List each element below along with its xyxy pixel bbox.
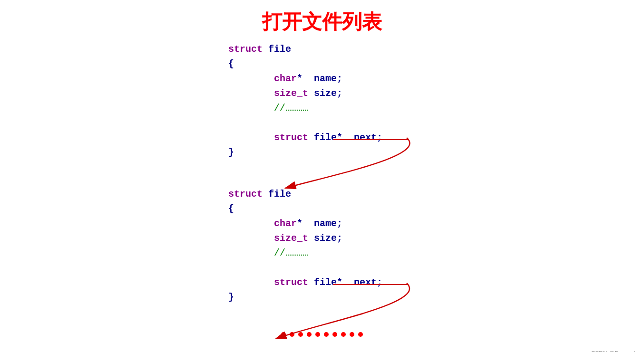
cb1-line5: //………… bbox=[228, 101, 382, 115]
cb1-line4: size_t size; bbox=[228, 86, 382, 101]
page-container: 打开文件列表 struct file { char* name; size_t … bbox=[0, 9, 644, 352]
cb2-line5: //………… bbox=[228, 246, 382, 260]
dot-2 bbox=[290, 332, 294, 337]
watermark: CSDN @Forward↑ bbox=[591, 350, 638, 352]
cb2-line1: struct file bbox=[228, 187, 382, 201]
dot-1 bbox=[281, 332, 286, 337]
cb1-line7: struct file* next; bbox=[228, 130, 382, 145]
dot-7 bbox=[332, 332, 337, 337]
cb1-line2: { bbox=[228, 57, 382, 71]
page-title: 打开文件列表 bbox=[0, 9, 644, 35]
cb2-line8: } bbox=[228, 290, 382, 304]
dot-8 bbox=[341, 332, 346, 337]
cb1-line6 bbox=[228, 115, 382, 130]
dot-10 bbox=[358, 332, 363, 337]
cb1-line3: char* name; bbox=[228, 71, 382, 86]
cb2-line3: char* name; bbox=[228, 216, 382, 231]
code-block-2: struct file { char* name; size_t size; /… bbox=[228, 187, 382, 304]
cb2-line2: { bbox=[228, 201, 382, 216]
cb1-line8: } bbox=[228, 145, 382, 160]
cb2-line7: struct file* next; bbox=[228, 275, 382, 290]
dots-container bbox=[281, 330, 363, 337]
dot-5 bbox=[315, 332, 320, 337]
cb2-line6 bbox=[228, 260, 382, 275]
dot-4 bbox=[307, 332, 312, 337]
cb2-line4: size_t size; bbox=[228, 231, 382, 246]
dot-3 bbox=[298, 332, 303, 337]
dot-6 bbox=[324, 332, 329, 337]
cb1-line1: struct file bbox=[228, 42, 382, 57]
dot-9 bbox=[350, 332, 354, 337]
code-block-1: struct file { char* name; size_t size; /… bbox=[228, 42, 382, 160]
